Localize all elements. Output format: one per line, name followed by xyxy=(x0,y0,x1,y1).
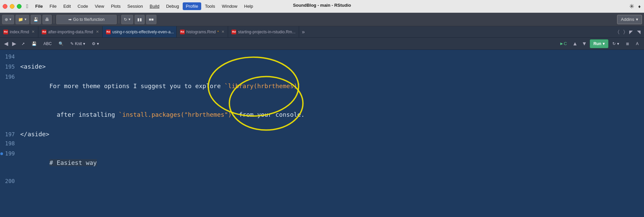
line-num-200: 200 xyxy=(0,177,20,186)
split-view-button[interactable]: ◤ xyxy=(628,29,634,35)
tab-close-after[interactable]: ✕ xyxy=(96,30,99,34)
tabs-right-actions: 〈 〉 ◤ ◥ xyxy=(614,26,644,37)
bookmark-dot-199 xyxy=(0,152,3,155)
line-content-196b: after installing `install.packages("hrbr… xyxy=(20,101,305,129)
menu-edit[interactable]: Edit xyxy=(60,2,74,10)
align-left-button[interactable]: ≣ xyxy=(623,39,632,48)
apple-logo:  xyxy=(26,3,28,9)
menu-window[interactable]: Window xyxy=(219,2,240,10)
knit-icon: ✎ xyxy=(70,41,74,46)
maximize-button[interactable] xyxy=(17,4,22,9)
code-line-195: 195 <aside> xyxy=(0,62,644,72)
print-button[interactable]: 🖶 xyxy=(42,15,52,24)
code-line-197: 197 </aside> xyxy=(0,129,644,139)
tab-prev-button[interactable]: 〈 xyxy=(616,28,621,35)
tab-icon-after: Rd xyxy=(42,30,46,34)
tab-using-r-scripts[interactable]: Rd using-r-scripts-effectively-even-a...… xyxy=(103,26,177,37)
traffic-lights xyxy=(3,4,22,9)
close-button[interactable] xyxy=(3,4,7,9)
tab-histograms[interactable]: Rd histograms.Rmd * ✕ xyxy=(177,26,228,37)
tab-label-start: starting-projects-in-rstudio.Rm... xyxy=(238,30,295,34)
code-line-194: 194 xyxy=(0,52,644,62)
ed-down-arrow[interactable]: ▼ xyxy=(580,41,588,47)
spell-check-button[interactable]: ABC xyxy=(41,39,55,48)
line-content-199: # Easiest way xyxy=(20,149,97,177)
code-line-196: 196 For more theme options I suggest you… xyxy=(0,72,644,101)
code-line-196b: after installing `install.packages("hrbr… xyxy=(0,100,644,129)
tab-after-importing[interactable]: Rd after-importing-data.Rmd ✕ xyxy=(38,26,102,37)
main-toolbar: ⊕ ▾ 📁 ▾ 💾 🖶 ➡ Go to file/function ↻ ▾ ▮▮… xyxy=(0,13,644,26)
sun-icon: ✳ xyxy=(629,3,634,10)
tab-starting-projects[interactable]: Rd starting-projects-in-rstudio.Rm... xyxy=(228,26,299,37)
tab-label-after: after-importing-data.Rmd xyxy=(48,30,93,34)
settings-button[interactable]: ⚙ ▾ xyxy=(89,39,102,48)
tab-next-button[interactable]: 〉 xyxy=(622,28,627,35)
knit-arrow: ▾ xyxy=(83,41,85,46)
menu-file[interactable]: File xyxy=(46,2,60,10)
menu-build[interactable]: Build xyxy=(147,2,163,10)
tab-close-hist[interactable]: ✕ xyxy=(221,30,224,34)
code-line-199: 199 # Easiest way xyxy=(0,148,644,177)
line-num-197: 197 xyxy=(0,131,20,139)
source-button[interactable]: ↻ ▾ xyxy=(610,39,622,48)
separator-1 xyxy=(54,15,54,24)
bluetooth-icon: ⬧ xyxy=(638,3,641,10)
save-button[interactable]: 💾 xyxy=(31,15,41,24)
tab-modified-hist: * xyxy=(217,30,219,34)
menu-debug[interactable]: Debug xyxy=(163,2,182,10)
text-196b-2: `install.packages("hrbrthemes")` xyxy=(119,111,236,118)
addins-button[interactable]: Addins ▾ xyxy=(617,15,642,24)
show-in-pane-button[interactable]: ➚ xyxy=(19,39,28,48)
window-title: SoundBlog - main - RStudio xyxy=(293,3,351,8)
tab-close-index[interactable]: ✕ xyxy=(32,30,35,34)
refresh-button[interactable]: ↻ ▾ xyxy=(121,15,133,24)
go-to-button[interactable]: ➡ Go to file/function xyxy=(56,15,117,24)
menu-code[interactable]: Code xyxy=(75,2,91,10)
line-content-196: For more theme options I suggest you to … xyxy=(20,72,301,100)
insert-chunk-button[interactable]: ►C xyxy=(557,39,570,48)
run-button[interactable]: Run ▾ xyxy=(590,39,608,48)
tab-icon-index: Rd xyxy=(3,30,8,34)
line-content-197: </aside> xyxy=(20,130,49,139)
tab-icon-start: Rd xyxy=(231,30,236,34)
menu-tools[interactable]: Tools xyxy=(202,2,218,10)
minimize-button[interactable] xyxy=(10,4,14,9)
editor-toolbar: ◀ ▶ ➚ 💾 ABC 🔍 ✎ Knit ▾ ⚙ ▾ ►C ▲ ▼ Run ▾ … xyxy=(0,38,644,50)
line-num-194: 194 xyxy=(0,53,20,61)
tab-icon-using: Rd xyxy=(106,30,111,34)
tab-label-hist: histograms.Rmd xyxy=(186,30,216,34)
menubar:  File File Edit Code View Plots Session… xyxy=(0,0,644,13)
maximize-panel-button[interactable]: ◥ xyxy=(636,29,642,35)
tab-index-rmd[interactable]: Rd index.Rmd ✕ xyxy=(0,26,38,37)
menu-rstudio[interactable]: File xyxy=(32,2,46,10)
code-line-200: 200 xyxy=(0,177,644,186)
code-line-198: 198 xyxy=(0,139,644,148)
knit-button[interactable]: ✎ Knit ▾ xyxy=(68,39,88,48)
forward-button[interactable]: ▶ xyxy=(11,40,17,47)
menu-plots[interactable]: Plots xyxy=(108,2,124,10)
save-doc-button[interactable]: 💾 xyxy=(29,39,39,48)
menu-view[interactable]: View xyxy=(92,2,107,10)
layout-btn-2[interactable]: ■■ xyxy=(146,15,156,24)
open-file-button[interactable]: 📁 ▾ xyxy=(15,15,29,24)
text-196b-1: after installing xyxy=(49,111,119,118)
font-size-button[interactable]: A xyxy=(633,39,641,48)
menu-session[interactable]: Session xyxy=(124,2,146,10)
separator-2 xyxy=(119,15,119,24)
tab-label-using: using-r-scripts-effectively-even-a... xyxy=(112,30,174,34)
ed-up-arrow[interactable]: ▲ xyxy=(571,41,579,47)
tabs-overflow-button[interactable]: » xyxy=(299,26,308,37)
tabs-bar: Rd index.Rmd ✕ Rd after-importing-data.R… xyxy=(0,26,644,38)
run-arrow: ▾ xyxy=(603,41,605,46)
line-num-196: 196 xyxy=(0,73,20,81)
menu-help[interactable]: Help xyxy=(241,2,256,10)
back-button[interactable]: ◀ xyxy=(3,40,9,47)
menu-profile[interactable]: Profile xyxy=(183,2,201,10)
search-button[interactable]: 🔍 xyxy=(56,39,66,48)
new-file-button[interactable]: ⊕ ▾ xyxy=(2,15,14,24)
editor-right-tools: ►C ▲ ▼ Run ▾ ↻ ▾ ≣ A xyxy=(557,39,641,48)
layout-btn-1[interactable]: ▮▮ xyxy=(135,15,145,24)
tab-label-index: index.Rmd xyxy=(10,30,29,34)
code-editor[interactable]: 194 195 <aside> 196 For more theme optio… xyxy=(0,50,644,217)
line-num-195: 195 xyxy=(0,63,20,71)
